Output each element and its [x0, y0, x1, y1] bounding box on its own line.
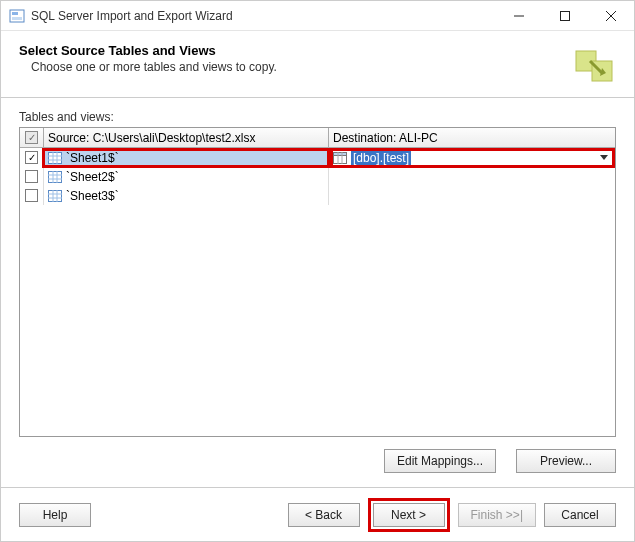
worksheet-icon: [48, 171, 62, 183]
tables-views-label: Tables and views:: [19, 110, 616, 124]
svg-rect-1: [12, 12, 18, 15]
row-checkbox[interactable]: ✓: [25, 151, 38, 164]
grid-header-row: ✓ Source: C:\Users\ali\Desktop\test2.xls…: [20, 128, 615, 148]
table-row[interactable]: ✓ `Sheet1$` [dbo].[test]: [20, 148, 615, 167]
svg-rect-4: [561, 11, 570, 20]
destination-cell[interactable]: [329, 167, 615, 186]
dropdown-arrow-icon[interactable]: [600, 155, 608, 160]
svg-rect-24: [49, 190, 62, 201]
source-column-header[interactable]: Source: C:\Users\ali\Desktop\test2.xlsx: [44, 128, 329, 148]
maximize-button[interactable]: [542, 1, 588, 31]
help-button[interactable]: Help: [19, 503, 91, 527]
row-checkbox[interactable]: [25, 170, 38, 183]
destination-value: [dbo].[test]: [351, 151, 411, 165]
source-name: `Sheet3$`: [66, 189, 119, 203]
content-area: Tables and views: ✓ Source: C:\Users\ali…: [1, 98, 634, 437]
page-subtitle: Choose one or more tables and views to c…: [19, 60, 572, 74]
cancel-button[interactable]: Cancel: [544, 503, 616, 527]
source-cell[interactable]: `Sheet3$`: [44, 186, 329, 205]
table-row[interactable]: `Sheet3$`: [20, 186, 615, 205]
destination-cell[interactable]: [329, 186, 615, 205]
wizard-icon: [572, 43, 616, 87]
source-name: `Sheet2$`: [66, 170, 119, 184]
window-title: SQL Server Import and Export Wizard: [31, 9, 233, 23]
next-button[interactable]: Next >: [373, 503, 445, 527]
finish-button: Finish >>|: [458, 503, 536, 527]
highlight-next-annotation: Next >: [368, 498, 450, 532]
select-all-checkbox[interactable]: ✓: [25, 131, 38, 144]
worksheet-icon: [48, 152, 62, 164]
svg-rect-16: [334, 152, 347, 155]
source-cell[interactable]: `Sheet1$`: [44, 148, 329, 167]
titlebar: SQL Server Import and Export Wizard: [1, 1, 634, 31]
preview-button[interactable]: Preview...: [516, 449, 616, 473]
app-icon: [9, 8, 25, 24]
page-title: Select Source Tables and Views: [19, 43, 572, 58]
edit-mappings-button[interactable]: Edit Mappings...: [384, 449, 496, 473]
worksheet-icon: [48, 190, 62, 202]
table-icon: [333, 152, 347, 164]
row-checkbox[interactable]: [25, 189, 38, 202]
svg-rect-0: [10, 10, 24, 22]
grid-actions: Edit Mappings... Preview...: [1, 437, 634, 473]
wizard-footer: Help < Back Next > Finish >>| Cancel: [1, 488, 634, 542]
svg-rect-19: [49, 171, 62, 182]
wizard-header: Select Source Tables and Views Choose on…: [1, 31, 634, 98]
destination-cell[interactable]: [dbo].[test]: [329, 148, 615, 167]
svg-rect-10: [49, 152, 62, 163]
minimize-button[interactable]: [496, 1, 542, 31]
header-checkbox-cell[interactable]: ✓: [20, 128, 44, 148]
destination-column-header[interactable]: Destination: ALI-PC: [329, 128, 615, 148]
table-row[interactable]: `Sheet2$`: [20, 167, 615, 186]
source-name: `Sheet1$`: [66, 151, 119, 165]
svg-rect-2: [12, 17, 22, 20]
source-cell[interactable]: `Sheet2$`: [44, 167, 329, 186]
tables-grid[interactable]: ✓ Source: C:\Users\ali\Desktop\test2.xls…: [19, 127, 616, 437]
close-button[interactable]: [588, 1, 634, 31]
back-button[interactable]: < Back: [288, 503, 360, 527]
